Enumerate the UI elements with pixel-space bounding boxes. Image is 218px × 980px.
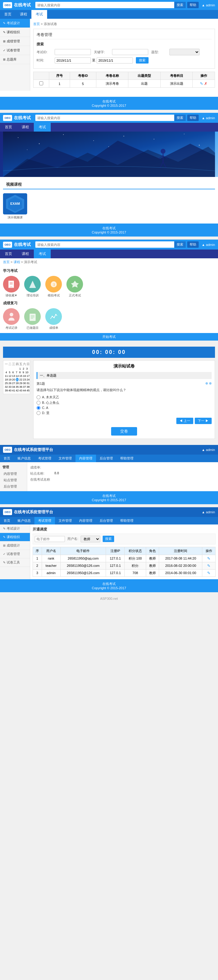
s6-sb-paper-tools[interactable]: ✎试卷工具 [0,558,30,567]
s1-row-check[interactable] [39,81,43,85]
s3-icon-bookmark[interactable]: 请收藏▼ [3,276,20,298]
s1-search-submit-btn[interactable]: 搜索 [136,57,148,64]
s1-sidebar-exam-design[interactable]: ✎考试设计 [0,19,30,28]
s6-sb-score-stats[interactable]: ⊞成绩统计 [0,541,30,550]
s6-td-time-2: 2016-08-02 20:00:00 [159,562,202,569]
s4-prev-btn[interactable]: ◀ 上一 [176,418,193,424]
s3-icon-done[interactable]: 已做题目 [24,308,41,330]
s1-delete-icon[interactable]: ✗ [204,81,207,86]
s3-search-button[interactable]: 搜索 [174,241,186,248]
s4-cal-day-wed: 三 [12,362,15,366]
s5-sb-item-backend[interactable]: 后台管理 [0,484,27,490]
s2-search-input[interactable] [35,115,174,121]
s2-nav-exam[interactable]: 考试 [34,123,51,132]
s3-user-badge[interactable]: ▲ admin [202,243,215,247]
s3-logo-badge: OEO [3,242,12,248]
s1-nav-exam[interactable]: 考试 [32,10,47,19]
s6-sb-course-org[interactable]: ✎课程组织 [0,533,30,541]
s1-nav-home[interactable]: 首页 [0,10,16,19]
s5-nav-backend[interactable]: 后台管理 [96,455,117,462]
s5-user-badge[interactable]: ▲ admin [202,448,215,452]
s5-nav-exam[interactable]: 考试管理 [35,455,55,462]
s5-sb-item-site[interactable]: 站点管理 [0,477,27,484]
s3-icon-mock[interactable]: :) 模拟考试 [45,276,62,298]
s2-nav-course[interactable]: 课程 [17,123,34,132]
s5-header: OEO 在线考试系统管理平台 ▲ admin [0,445,218,455]
svg-point-3 [63,134,64,135]
s6-edit-icon-2[interactable]: ✎ [207,563,210,568]
s1-input-time-from[interactable] [55,57,91,64]
s2-search-button[interactable]: 搜索 [174,115,186,121]
s3-search-input[interactable] [35,241,174,248]
s4-submit-btn[interactable]: 交卷 [111,427,137,436]
s6-th-seq: 序 [33,547,42,555]
s1-input-examid[interactable] [55,49,91,55]
s1-search-button[interactable]: 搜索 [174,2,186,8]
s2-nav-home[interactable]: 首页 [0,123,17,132]
s3-bc-course[interactable]: 课程 [14,260,20,264]
s4-next-btn[interactable]: 下一 ▶ [195,418,212,424]
s1-sidebar-question-bank[interactable]: ⊞总题库 [0,55,30,64]
s6-filter-search-btn[interactable]: 搜索 [103,536,114,542]
s6-nav-home[interactable]: 首页 [0,517,14,525]
s1-main-content: 首页 > 添加试卷 考卷管理 搜索 考试ID: 关键字: 题型: 时间: [30,19,218,91]
s6-filter-role-select[interactable]: 教师 学员 管理员 [81,536,100,542]
s6-sb-paper-mgmt[interactable]: ✓试卷管理 [0,550,30,558]
s1-input-time-to[interactable] [96,57,133,64]
s1-select-type[interactable] [169,49,200,55]
s3-icon-transcript[interactable]: 成绩单 [45,308,62,330]
svg-marker-27 [29,281,36,288]
s6-td-action-2[interactable]: ✎ [202,562,216,569]
s6-nav-file[interactable]: 文件管理 [55,517,76,525]
s1-nav-course[interactable]: 课程 [16,10,32,19]
s6-nav-account[interactable]: 账户信息 [14,517,35,525]
s3-icon-theory[interactable]: 理论培训 [24,276,41,298]
s3-nav-course[interactable]: 课程 [17,250,34,258]
s6-nav-exam[interactable]: 考试管理 [35,517,55,525]
s1-input-keyword[interactable] [112,49,148,55]
s5-nav-help[interactable]: 帮助管理 [117,455,137,462]
s6-nav-content[interactable]: 内容管理 [76,517,96,525]
s3-nav-home[interactable]: 首页 [0,250,17,258]
s2-course-card-1[interactable]: EXAM 演示视频课 [3,193,27,220]
s4-radio-a[interactable] [36,395,41,399]
s1-user-badge[interactable]: ▲ admin [202,3,215,7]
s6-td-action-1[interactable]: ✎ [202,555,216,562]
s3-help-button[interactable]: 帮助 [187,241,199,248]
s6-td-action-3[interactable]: ✎ [202,569,216,576]
s6-filter-email-input[interactable] [35,536,65,542]
s6-td-ip-2: 127.0.1 [106,562,125,569]
s3-bc-home[interactable]: 首页 [3,260,9,264]
s5-nav-content[interactable]: 内容管理 [76,455,96,462]
s3-nav-exam[interactable]: 考试 [34,250,51,258]
s2-help-button[interactable]: 帮助 [187,115,199,121]
s1-search-input[interactable] [35,2,174,8]
s4-radio-c[interactable] [36,406,41,410]
s5-nav-file[interactable]: 文件管理 [55,455,76,462]
s1-sidebar-course-org[interactable]: ✎课程组织 [0,28,30,37]
s1-sidebar-score-mgmt[interactable]: ⊞成绩管理 [0,37,30,46]
s6-sb-exam-design[interactable]: ✎考试设计 [0,525,30,533]
s6-user-badge[interactable]: ▲ admin [202,510,215,514]
s1-help-button[interactable]: 帮助 [187,2,199,8]
s1-breadcrumb-home[interactable]: 首页 [33,22,40,26]
s1-sidebar-paper-mgmt[interactable]: ✓试卷管理 [0,46,30,55]
s6-nav-help[interactable]: 帮助管理 [117,517,137,525]
s6-edit-icon-1[interactable]: ✎ [207,556,210,561]
s4-option-a: A. 木木天乙 [36,395,212,399]
s5-sb-item-content[interactable]: 内容管理 [0,471,27,477]
s4-radio-d[interactable] [36,411,41,415]
s3-study-title: 学习考试 [3,268,215,274]
s4-radio-b[interactable] [36,401,41,405]
s6-main: 开通调度 用户名: 教师 学员 管理员 搜索 序 用户名 电子邮件 注册IP [30,525,218,579]
s5-nav-home[interactable]: 首页 [0,455,14,462]
s3-start-exam-btn[interactable]: 开始考试 [0,333,218,340]
s2-user-badge[interactable]: ▲ admin [202,116,215,120]
s3-icon-records[interactable]: 考试记录 [3,308,20,330]
s6-nav-backend[interactable]: 后台管理 [96,517,117,525]
s1-edit-icon[interactable]: ✎ [200,81,203,86]
s5-nav-account[interactable]: 账户信息 [14,455,35,462]
s3-icon-formal[interactable]: 正式考试 [66,276,83,298]
s6-edit-icon-3[interactable]: ✎ [207,571,210,575]
s4-cal-day-sat: 六 [23,362,26,366]
